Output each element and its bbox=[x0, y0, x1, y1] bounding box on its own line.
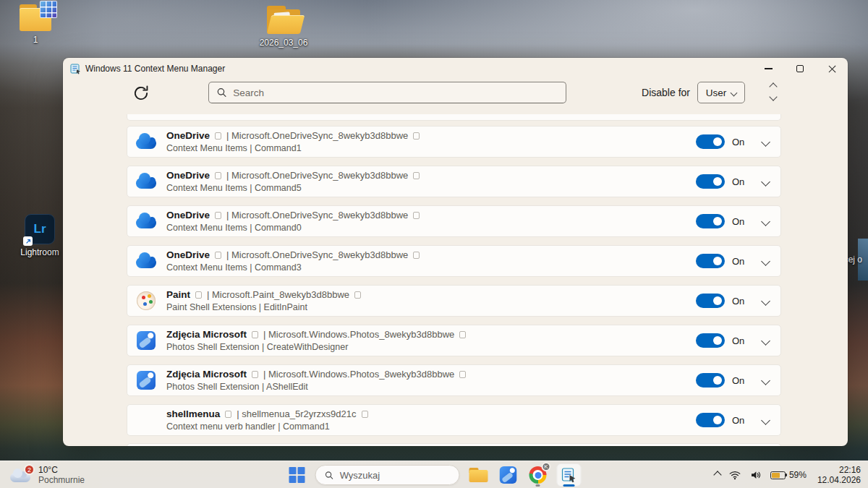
clock[interactable]: 22:16 12.04.2026 bbox=[817, 465, 861, 486]
copy-icon[interactable] bbox=[225, 411, 231, 418]
taskbar-file-explorer[interactable] bbox=[468, 463, 490, 487]
taskbar-search-box[interactable] bbox=[315, 465, 460, 485]
item-text: OneDrive | Microsoft.OneDriveSync_8wekyb… bbox=[166, 130, 696, 153]
toggle-state-label: On bbox=[732, 216, 746, 227]
toggle-state-label: On bbox=[732, 176, 746, 187]
desktop-icon-lightroom[interactable]: Lr Lightroom bbox=[16, 214, 64, 257]
item-package: | Microsoft.Paint_8wekyb3d8bbwe bbox=[207, 289, 349, 301]
copy-icon[interactable] bbox=[362, 411, 368, 418]
copy-icon[interactable] bbox=[413, 132, 420, 140]
open-folder-icon bbox=[264, 6, 303, 35]
scroll-down-icon[interactable] bbox=[769, 93, 777, 100]
notification-badge: 2 bbox=[24, 464, 35, 475]
copy-icon[interactable] bbox=[215, 132, 221, 140]
toggle-state-label: On bbox=[732, 137, 746, 147]
app-icon bbox=[135, 250, 157, 272]
item-text: OneDrive | Microsoft.OneDriveSync_8wekyb… bbox=[166, 170, 696, 193]
list-item: OneDrive | Microsoft.OneDriveSync_8wekyb… bbox=[127, 245, 781, 277]
item-detail: Context menu verb handler | Command1 bbox=[166, 421, 696, 432]
chevron-down-icon[interactable] bbox=[761, 376, 770, 385]
chevron-down-icon[interactable] bbox=[761, 336, 770, 346]
copy-icon[interactable] bbox=[413, 172, 420, 179]
item-app-name: OneDrive bbox=[166, 249, 210, 261]
toggle-knob bbox=[713, 137, 722, 146]
photos-icon bbox=[500, 466, 517, 484]
copy-icon[interactable] bbox=[413, 212, 420, 219]
chevron-down-icon[interactable] bbox=[761, 137, 770, 147]
disable-for-label: Disable for bbox=[642, 87, 690, 98]
refresh-icon bbox=[132, 84, 150, 103]
lightroom-icon: Lr bbox=[25, 214, 55, 244]
toggle-switch[interactable] bbox=[696, 134, 725, 149]
minimize-button[interactable] bbox=[752, 58, 784, 80]
window-title: Windows 11 Context Menu Manager bbox=[85, 64, 225, 74]
desktop-icon-folder-1[interactable]: 1 bbox=[12, 4, 59, 45]
start-button[interactable] bbox=[287, 465, 307, 485]
battery-indicator[interactable]: 59% bbox=[770, 470, 807, 480]
disable-for-value: User bbox=[706, 87, 727, 98]
taskbar-context-menu-manager[interactable] bbox=[557, 463, 582, 487]
disable-for-dropdown[interactable]: User bbox=[697, 82, 745, 103]
copy-icon[interactable] bbox=[195, 291, 202, 299]
toggle-switch[interactable] bbox=[696, 254, 725, 268]
scroll-up-icon[interactable] bbox=[769, 82, 777, 90]
chevron-down-icon[interactable] bbox=[761, 217, 770, 226]
refresh-button[interactable] bbox=[132, 84, 150, 103]
toggle-state-label: On bbox=[732, 296, 746, 307]
item-detail: Photos Shell Extension | AShellEdit bbox=[166, 382, 696, 392]
list-item: OneDrive | Microsoft.OneDriveSync_8wekyb… bbox=[127, 205, 781, 237]
list-item: Zdjęcia Microsoft | Microsoft.Windows.Ph… bbox=[127, 364, 781, 396]
toggle-switch[interactable] bbox=[696, 373, 725, 388]
desktop-icon-folder-2026-03-06[interactable]: 2026_03_06 bbox=[243, 6, 324, 48]
copy-icon[interactable] bbox=[459, 371, 466, 378]
item-detail: Context Menu Items | Command5 bbox=[166, 183, 696, 193]
chevron-down-icon[interactable] bbox=[761, 257, 770, 266]
item-app-name: OneDrive bbox=[166, 210, 210, 221]
toggle-switch[interactable] bbox=[696, 294, 725, 308]
window-titlebar[interactable]: Windows 11 Context Menu Manager bbox=[63, 58, 848, 80]
item-detail: Context Menu Items | Command3 bbox=[166, 262, 696, 273]
partial-list-item-top bbox=[127, 114, 781, 121]
copy-icon[interactable] bbox=[413, 252, 420, 259]
item-text: Zdjęcia Microsoft | Microsoft.Windows.Ph… bbox=[166, 369, 696, 392]
search-box[interactable] bbox=[208, 82, 566, 103]
list-item: OneDrive | Microsoft.OneDriveSync_8wekyb… bbox=[127, 166, 781, 197]
toggle-switch[interactable] bbox=[696, 174, 725, 189]
taskbar-search-input[interactable] bbox=[340, 470, 451, 481]
copy-icon[interactable] bbox=[354, 291, 361, 299]
toggle-switch[interactable] bbox=[696, 333, 725, 348]
toggle-switch[interactable] bbox=[696, 413, 725, 427]
partial-list-item-bottom bbox=[127, 443, 781, 446]
copy-icon[interactable] bbox=[215, 212, 221, 219]
weather-widget[interactable]: 2 10°C Pochmurnie bbox=[10, 463, 85, 487]
item-app-name: Zdjęcia Microsoft bbox=[166, 369, 247, 380]
volume-icon[interactable] bbox=[749, 468, 762, 481]
close-button[interactable] bbox=[816, 58, 848, 80]
copy-icon[interactable] bbox=[215, 172, 221, 179]
copy-icon[interactable] bbox=[252, 371, 258, 378]
search-input[interactable] bbox=[233, 87, 558, 98]
grid-tile-icon bbox=[40, 1, 57, 18]
item-app-name: shellmenua bbox=[166, 408, 220, 420]
wifi-icon[interactable] bbox=[728, 468, 741, 481]
toggle-switch[interactable] bbox=[696, 214, 725, 228]
tray-overflow-chevron-icon[interactable] bbox=[713, 471, 721, 479]
chrome-profile-badge: K bbox=[542, 462, 551, 471]
app-icon bbox=[135, 210, 157, 232]
chevron-down-icon[interactable] bbox=[761, 416, 770, 425]
scrollbar-arrows[interactable] bbox=[770, 84, 776, 100]
item-package: | shellmenua_5r2yrzxs9d21c bbox=[237, 408, 356, 420]
maximize-button[interactable] bbox=[784, 58, 816, 80]
taskbar-photos[interactable] bbox=[498, 463, 519, 487]
item-text: shellmenua | shellmenua_5r2yrzxs9d21c Co… bbox=[166, 408, 696, 432]
item-app-name: OneDrive bbox=[166, 130, 210, 142]
taskbar-chrome[interactable]: K bbox=[527, 463, 549, 487]
copy-icon[interactable] bbox=[252, 331, 258, 338]
toggle-state-label: On bbox=[732, 415, 746, 426]
chevron-down-icon[interactable] bbox=[761, 296, 770, 306]
item-detail: Photos Shell Extension | CreateWithDesig… bbox=[166, 342, 696, 352]
chevron-down-icon[interactable] bbox=[761, 177, 770, 187]
copy-icon[interactable] bbox=[215, 252, 221, 259]
maximize-icon bbox=[796, 65, 804, 72]
copy-icon[interactable] bbox=[459, 331, 466, 338]
